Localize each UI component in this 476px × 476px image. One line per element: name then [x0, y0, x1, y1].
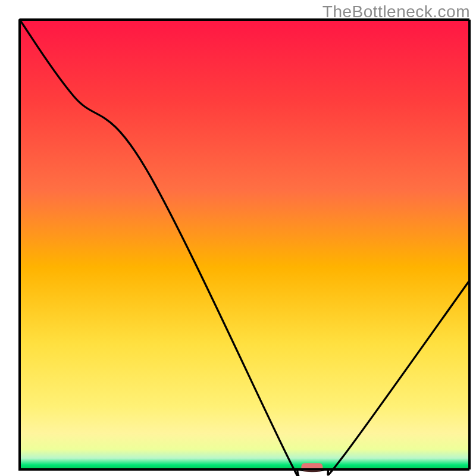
- bottleneck-chart: TheBottleneck.com: [0, 0, 476, 476]
- watermark-text: TheBottleneck.com: [322, 2, 470, 21]
- plot-background: [20, 20, 469, 469]
- chart-svg: [0, 0, 476, 476]
